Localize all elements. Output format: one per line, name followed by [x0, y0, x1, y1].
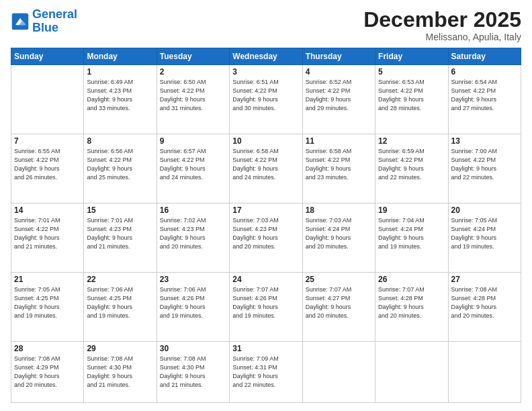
table-row: 5Sunrise: 6:53 AMSunset: 4:22 PMDaylight…: [375, 65, 448, 134]
day-info: Sunrise: 6:57 AMSunset: 4:22 PMDaylight:…: [160, 147, 226, 182]
calendar-week-row: 14Sunrise: 7:01 AMSunset: 4:22 PMDayligh…: [11, 203, 521, 272]
day-number: 7: [14, 136, 81, 146]
table-row: 31Sunrise: 7:09 AMSunset: 4:31 PMDayligh…: [230, 341, 302, 402]
table-row: 1Sunrise: 6:49 AMSunset: 4:23 PMDaylight…: [84, 65, 157, 134]
day-number: 2: [160, 67, 226, 77]
day-number: 29: [87, 344, 153, 353]
table-row: 16Sunrise: 7:02 AMSunset: 4:23 PMDayligh…: [157, 203, 229, 272]
day-info: Sunrise: 6:58 AMSunset: 4:22 PMDaylight:…: [306, 147, 372, 182]
day-number: 20: [451, 205, 518, 215]
table-row: 8Sunrise: 6:56 AMSunset: 4:22 PMDaylight…: [84, 134, 157, 203]
table-row: 10Sunrise: 6:58 AMSunset: 4:22 PMDayligh…: [230, 134, 302, 203]
table-row: 7Sunrise: 6:55 AMSunset: 4:22 PMDaylight…: [11, 134, 84, 203]
day-number: 10: [232, 136, 299, 146]
col-saturday: Saturday: [448, 48, 521, 65]
day-info: Sunrise: 6:59 AMSunset: 4:22 PMDaylight:…: [378, 147, 445, 182]
table-row: 26Sunrise: 7:07 AMSunset: 4:28 PMDayligh…: [375, 272, 448, 341]
day-number: 27: [451, 275, 518, 284]
logo-line1: General: [32, 7, 77, 21]
table-row: 17Sunrise: 7:03 AMSunset: 4:23 PMDayligh…: [230, 203, 302, 272]
table-row: 12Sunrise: 6:59 AMSunset: 4:22 PMDayligh…: [375, 134, 448, 203]
day-number: 25: [306, 275, 372, 284]
day-number: 3: [232, 67, 299, 77]
logo-line2: Blue: [32, 21, 58, 34]
calendar-week-row: 7Sunrise: 6:55 AMSunset: 4:22 PMDaylight…: [11, 134, 521, 203]
day-number: 31: [232, 344, 299, 353]
day-number: 24: [232, 275, 299, 284]
day-info: Sunrise: 6:53 AMSunset: 4:22 PMDaylight:…: [378, 78, 445, 113]
table-row: 23Sunrise: 7:06 AMSunset: 4:26 PMDayligh…: [157, 272, 229, 341]
table-row: 21Sunrise: 7:05 AMSunset: 4:25 PMDayligh…: [11, 272, 84, 341]
day-info: Sunrise: 7:09 AMSunset: 4:31 PMDaylight:…: [232, 355, 299, 390]
day-info: Sunrise: 7:01 AMSunset: 4:22 PMDaylight:…: [14, 216, 81, 251]
table-row: 29Sunrise: 7:08 AMSunset: 4:30 PMDayligh…: [84, 341, 157, 402]
day-info: Sunrise: 7:02 AMSunset: 4:23 PMDaylight:…: [160, 216, 226, 251]
day-info: Sunrise: 7:06 AMSunset: 4:26 PMDaylight:…: [160, 285, 226, 320]
table-row: [11, 65, 84, 134]
day-info: Sunrise: 6:55 AMSunset: 4:22 PMDaylight:…: [14, 147, 81, 182]
logo: General Blue: [11, 8, 77, 35]
day-info: Sunrise: 7:08 AMSunset: 4:29 PMDaylight:…: [14, 355, 81, 390]
location-subtitle: Melissano, Apulia, Italy: [363, 32, 521, 42]
day-info: Sunrise: 6:54 AMSunset: 4:22 PMDaylight:…: [451, 78, 518, 113]
page: General Blue December 2025 Melissano, Ap…: [0, 0, 532, 411]
day-number: 23: [160, 275, 226, 284]
table-row: 3Sunrise: 6:51 AMSunset: 4:22 PMDaylight…: [230, 65, 302, 134]
day-number: 21: [14, 275, 81, 284]
day-number: 11: [306, 136, 372, 146]
table-row: 18Sunrise: 7:03 AMSunset: 4:24 PMDayligh…: [302, 203, 375, 272]
day-number: 26: [378, 275, 445, 284]
table-row: 20Sunrise: 7:05 AMSunset: 4:24 PMDayligh…: [448, 203, 521, 272]
logo-icon: [11, 12, 30, 31]
header: General Blue December 2025 Melissano, Ap…: [11, 8, 521, 42]
table-row: 2Sunrise: 6:50 AMSunset: 4:22 PMDaylight…: [157, 65, 229, 134]
day-info: Sunrise: 7:03 AMSunset: 4:24 PMDaylight:…: [306, 216, 372, 251]
day-number: 22: [87, 275, 153, 284]
day-number: 12: [378, 136, 445, 146]
day-number: 18: [306, 205, 372, 215]
day-info: Sunrise: 7:01 AMSunset: 4:23 PMDaylight:…: [87, 216, 153, 251]
day-info: Sunrise: 7:08 AMSunset: 4:28 PMDaylight:…: [451, 285, 518, 320]
day-number: 19: [378, 205, 445, 215]
day-info: Sunrise: 6:58 AMSunset: 4:22 PMDaylight:…: [232, 147, 299, 182]
table-row: 22Sunrise: 7:06 AMSunset: 4:25 PMDayligh…: [84, 272, 157, 341]
day-number: 5: [378, 67, 445, 77]
table-row: 30Sunrise: 7:08 AMSunset: 4:30 PMDayligh…: [157, 341, 229, 402]
calendar-week-row: 28Sunrise: 7:08 AMSunset: 4:29 PMDayligh…: [11, 341, 521, 402]
table-row: 13Sunrise: 7:00 AMSunset: 4:22 PMDayligh…: [448, 134, 521, 203]
calendar-header-row: Sunday Monday Tuesday Wednesday Thursday…: [11, 48, 521, 65]
table-row: [375, 341, 448, 402]
day-number: 15: [87, 205, 153, 215]
day-info: Sunrise: 6:49 AMSunset: 4:23 PMDaylight:…: [87, 78, 153, 113]
day-info: Sunrise: 7:08 AMSunset: 4:30 PMDaylight:…: [87, 355, 153, 390]
table-row: 11Sunrise: 6:58 AMSunset: 4:22 PMDayligh…: [302, 134, 375, 203]
day-number: 28: [14, 344, 81, 353]
table-row: 25Sunrise: 7:07 AMSunset: 4:27 PMDayligh…: [302, 272, 375, 341]
table-row: 9Sunrise: 6:57 AMSunset: 4:22 PMDaylight…: [157, 134, 229, 203]
day-info: Sunrise: 7:00 AMSunset: 4:22 PMDaylight:…: [451, 147, 518, 182]
col-sunday: Sunday: [11, 48, 84, 65]
day-info: Sunrise: 6:50 AMSunset: 4:22 PMDaylight:…: [160, 78, 226, 113]
table-row: 27Sunrise: 7:08 AMSunset: 4:28 PMDayligh…: [448, 272, 521, 341]
month-title: December 2025: [363, 8, 521, 32]
day-info: Sunrise: 6:52 AMSunset: 4:22 PMDaylight:…: [306, 78, 372, 113]
table-row: 15Sunrise: 7:01 AMSunset: 4:23 PMDayligh…: [84, 203, 157, 272]
day-number: 4: [306, 67, 372, 77]
table-row: 14Sunrise: 7:01 AMSunset: 4:22 PMDayligh…: [11, 203, 84, 272]
table-row: 28Sunrise: 7:08 AMSunset: 4:29 PMDayligh…: [11, 341, 84, 402]
day-number: 13: [451, 136, 518, 146]
day-info: Sunrise: 7:06 AMSunset: 4:25 PMDaylight:…: [87, 285, 153, 320]
day-number: 30: [160, 344, 226, 353]
day-info: Sunrise: 7:05 AMSunset: 4:24 PMDaylight:…: [451, 216, 518, 251]
day-info: Sunrise: 7:04 AMSunset: 4:24 PMDaylight:…: [378, 216, 445, 251]
calendar-table: Sunday Monday Tuesday Wednesday Thursday…: [11, 48, 521, 403]
table-row: 24Sunrise: 7:07 AMSunset: 4:26 PMDayligh…: [230, 272, 302, 341]
day-number: 6: [451, 67, 518, 77]
day-number: 14: [14, 205, 81, 215]
day-info: Sunrise: 7:07 AMSunset: 4:28 PMDaylight:…: [378, 285, 445, 320]
calendar-week-row: 21Sunrise: 7:05 AMSunset: 4:25 PMDayligh…: [11, 272, 521, 341]
day-info: Sunrise: 6:56 AMSunset: 4:22 PMDaylight:…: [87, 147, 153, 182]
col-thursday: Thursday: [302, 48, 375, 65]
col-wednesday: Wednesday: [230, 48, 302, 65]
day-info: Sunrise: 7:03 AMSunset: 4:23 PMDaylight:…: [232, 216, 299, 251]
